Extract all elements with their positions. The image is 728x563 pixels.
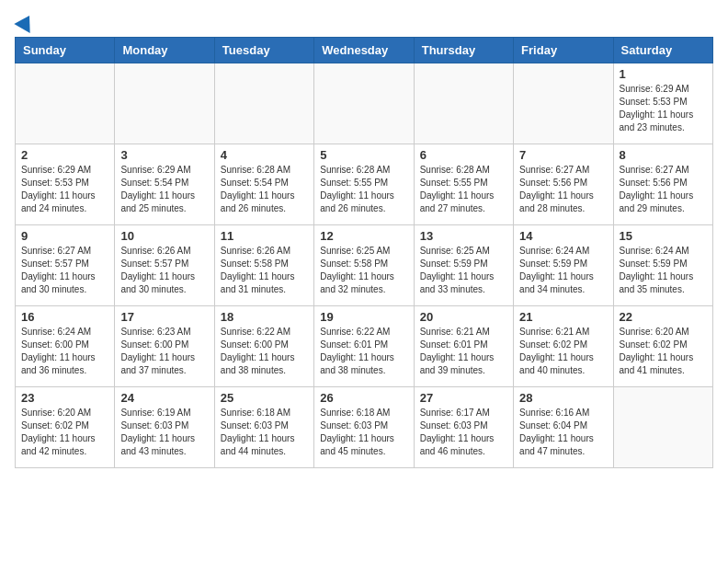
day-info: Sunrise: 6:25 AMSunset: 5:59 PMDaylight:…: [420, 245, 507, 296]
day-number: 20: [420, 310, 507, 324]
calendar-cell: 5Sunrise: 6:28 AMSunset: 5:55 PMDaylight…: [314, 144, 414, 225]
day-info: Sunrise: 6:27 AMSunset: 5:56 PMDaylight:…: [519, 164, 607, 215]
calendar-cell: 26Sunrise: 6:18 AMSunset: 6:03 PMDayligh…: [314, 387, 414, 468]
weekday-header-sunday: Sunday: [16, 38, 115, 63]
calendar-cell: 27Sunrise: 6:17 AMSunset: 6:03 PMDayligh…: [414, 387, 513, 468]
calendar-week-row: 16Sunrise: 6:24 AMSunset: 6:00 PMDayligh…: [16, 306, 713, 387]
calendar-cell: 10Sunrise: 6:26 AMSunset: 5:57 PMDayligh…: [115, 225, 214, 306]
day-info: Sunrise: 6:26 AMSunset: 5:58 PMDaylight:…: [221, 245, 308, 296]
day-info: Sunrise: 6:24 AMSunset: 6:00 PMDaylight:…: [21, 326, 108, 377]
day-number: 14: [519, 229, 607, 243]
weekday-header-friday: Friday: [514, 38, 613, 63]
day-number: 13: [420, 229, 507, 243]
calendar-cell: [414, 63, 513, 144]
calendar-cell: [314, 63, 414, 144]
calendar-cell: 7Sunrise: 6:27 AMSunset: 5:56 PMDaylight…: [514, 144, 613, 225]
calendar-cell: 3Sunrise: 6:29 AMSunset: 5:54 PMDaylight…: [115, 144, 214, 225]
day-number: 28: [519, 391, 607, 405]
day-info: Sunrise: 6:18 AMSunset: 6:03 PMDaylight:…: [320, 407, 407, 458]
day-number: 16: [21, 310, 108, 324]
day-info: Sunrise: 6:18 AMSunset: 6:03 PMDaylight:…: [221, 407, 308, 458]
calendar-cell: 12Sunrise: 6:25 AMSunset: 5:58 PMDayligh…: [314, 225, 414, 306]
day-info: Sunrise: 6:27 AMSunset: 5:56 PMDaylight:…: [620, 164, 707, 215]
calendar-cell: 18Sunrise: 6:22 AMSunset: 6:00 PMDayligh…: [214, 306, 313, 387]
calendar-table: SundayMondayTuesdayWednesdayThursdayFrid…: [15, 37, 713, 468]
day-info: Sunrise: 6:25 AMSunset: 5:58 PMDaylight:…: [320, 245, 407, 296]
day-info: Sunrise: 6:24 AMSunset: 5:59 PMDaylight:…: [519, 245, 607, 296]
day-info: Sunrise: 6:17 AMSunset: 6:03 PMDaylight:…: [420, 407, 507, 458]
day-number: 19: [320, 310, 407, 324]
day-info: Sunrise: 6:29 AMSunset: 5:54 PMDaylight:…: [120, 164, 208, 215]
day-number: 27: [420, 391, 507, 405]
calendar-cell: [16, 63, 115, 144]
day-number: 1: [620, 67, 707, 81]
calendar-cell: 9Sunrise: 6:27 AMSunset: 5:57 PMDaylight…: [16, 225, 115, 306]
calendar-cell: 13Sunrise: 6:25 AMSunset: 5:59 PMDayligh…: [414, 225, 513, 306]
weekday-header-tuesday: Tuesday: [214, 38, 313, 63]
day-number: 11: [221, 229, 308, 243]
day-number: 21: [519, 310, 607, 324]
day-number: 24: [120, 391, 208, 405]
day-number: 17: [120, 310, 208, 324]
calendar-cell: 24Sunrise: 6:19 AMSunset: 6:03 PMDayligh…: [115, 387, 214, 468]
day-number: 18: [221, 310, 308, 324]
day-info: Sunrise: 6:29 AMSunset: 5:53 PMDaylight:…: [620, 83, 707, 134]
day-number: 26: [320, 391, 407, 405]
calendar-cell: 23Sunrise: 6:20 AMSunset: 6:02 PMDayligh…: [16, 387, 115, 468]
calendar-cell: [514, 63, 613, 144]
day-info: Sunrise: 6:29 AMSunset: 5:53 PMDaylight:…: [21, 164, 108, 215]
calendar-cell: 28Sunrise: 6:16 AMSunset: 6:04 PMDayligh…: [514, 387, 613, 468]
day-number: 8: [620, 148, 707, 162]
day-number: 9: [21, 229, 108, 243]
day-number: 25: [221, 391, 308, 405]
day-info: Sunrise: 6:28 AMSunset: 5:55 PMDaylight:…: [320, 164, 407, 215]
calendar-header-row: SundayMondayTuesdayWednesdayThursdayFrid…: [16, 38, 713, 63]
logo-triangle-icon: [14, 11, 37, 33]
calendar-cell: 4Sunrise: 6:28 AMSunset: 5:54 PMDaylight…: [214, 144, 313, 225]
calendar-cell: 14Sunrise: 6:24 AMSunset: 5:59 PMDayligh…: [514, 225, 613, 306]
calendar-cell: 20Sunrise: 6:21 AMSunset: 6:01 PMDayligh…: [414, 306, 513, 387]
day-number: 15: [620, 229, 707, 243]
calendar-cell: 22Sunrise: 6:20 AMSunset: 6:02 PMDayligh…: [613, 306, 712, 387]
day-info: Sunrise: 6:23 AMSunset: 6:00 PMDaylight:…: [120, 326, 208, 377]
day-number: 2: [21, 148, 108, 162]
day-number: 4: [221, 148, 308, 162]
day-number: 5: [320, 148, 407, 162]
calendar-cell: [115, 63, 214, 144]
weekday-header-saturday: Saturday: [613, 38, 712, 63]
day-number: 10: [120, 229, 208, 243]
day-number: 6: [420, 148, 507, 162]
calendar-week-row: 9Sunrise: 6:27 AMSunset: 5:57 PMDaylight…: [16, 225, 713, 306]
calendar-cell: 8Sunrise: 6:27 AMSunset: 5:56 PMDaylight…: [613, 144, 712, 225]
calendar-cell: 25Sunrise: 6:18 AMSunset: 6:03 PMDayligh…: [214, 387, 313, 468]
calendar-week-row: 23Sunrise: 6:20 AMSunset: 6:02 PMDayligh…: [16, 387, 713, 468]
day-number: 3: [120, 148, 208, 162]
day-info: Sunrise: 6:16 AMSunset: 6:04 PMDaylight:…: [519, 407, 607, 458]
day-info: Sunrise: 6:21 AMSunset: 6:02 PMDaylight:…: [519, 326, 607, 377]
day-number: 23: [21, 391, 108, 405]
calendar-cell: 16Sunrise: 6:24 AMSunset: 6:00 PMDayligh…: [16, 306, 115, 387]
calendar-cell: 19Sunrise: 6:22 AMSunset: 6:01 PMDayligh…: [314, 306, 414, 387]
day-info: Sunrise: 6:22 AMSunset: 6:00 PMDaylight:…: [221, 326, 308, 377]
calendar-cell: 17Sunrise: 6:23 AMSunset: 6:00 PMDayligh…: [115, 306, 214, 387]
day-number: 22: [620, 310, 707, 324]
calendar-week-row: 1Sunrise: 6:29 AMSunset: 5:53 PMDaylight…: [16, 63, 713, 144]
day-number: 7: [519, 148, 607, 162]
weekday-header-wednesday: Wednesday: [314, 38, 414, 63]
day-info: Sunrise: 6:24 AMSunset: 5:59 PMDaylight:…: [620, 245, 707, 296]
day-info: Sunrise: 6:19 AMSunset: 6:03 PMDaylight:…: [120, 407, 208, 458]
page-header: [15, 15, 713, 29]
day-info: Sunrise: 6:20 AMSunset: 6:02 PMDaylight:…: [620, 326, 707, 377]
calendar-cell: 2Sunrise: 6:29 AMSunset: 5:53 PMDaylight…: [16, 144, 115, 225]
weekday-header-thursday: Thursday: [414, 38, 513, 63]
day-info: Sunrise: 6:21 AMSunset: 6:01 PMDaylight:…: [420, 326, 507, 377]
weekday-header-monday: Monday: [115, 38, 214, 63]
day-info: Sunrise: 6:28 AMSunset: 5:54 PMDaylight:…: [221, 164, 308, 215]
calendar-cell: 6Sunrise: 6:28 AMSunset: 5:55 PMDaylight…: [414, 144, 513, 225]
calendar-cell: [214, 63, 313, 144]
day-info: Sunrise: 6:28 AMSunset: 5:55 PMDaylight:…: [420, 164, 507, 215]
day-info: Sunrise: 6:20 AMSunset: 6:02 PMDaylight:…: [21, 407, 108, 458]
day-info: Sunrise: 6:22 AMSunset: 6:01 PMDaylight:…: [320, 326, 407, 377]
calendar-cell: 15Sunrise: 6:24 AMSunset: 5:59 PMDayligh…: [613, 225, 712, 306]
day-number: 12: [320, 229, 407, 243]
